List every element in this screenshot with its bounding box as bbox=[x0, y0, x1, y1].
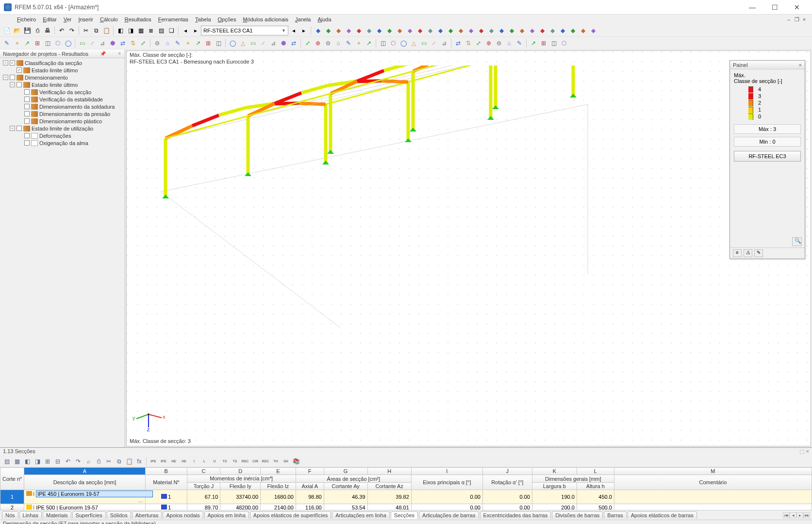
cell-b[interactable]: 190.0 bbox=[532, 490, 577, 504]
menu-opções[interactable]: Opções bbox=[215, 16, 240, 23]
tree-checkbox[interactable] bbox=[17, 82, 22, 87]
module-combo[interactable]: RF-STEEL EC3 CA1▼ bbox=[201, 26, 288, 35]
tree-expander[interactable]: - bbox=[10, 126, 15, 131]
col-letter-c[interactable]: C bbox=[187, 468, 220, 475]
mdi-close[interactable]: × bbox=[800, 16, 808, 22]
tb2-3[interactable]: ⊞ bbox=[33, 38, 42, 48]
tb2-17[interactable]: ⌂ bbox=[163, 38, 172, 48]
tb-res-20[interactable]: ◆ bbox=[517, 26, 527, 35]
table-row[interactable]: 1 I … 1 67.10 33740.00 1680.00 98.80 46.… bbox=[0, 490, 812, 504]
ttb-sec-2[interactable]: HE bbox=[169, 457, 179, 466]
tb2-14[interactable]: ⤢ bbox=[138, 38, 148, 48]
cell-iz[interactable]: 2140.00 bbox=[261, 504, 296, 510]
tb-res-24[interactable]: ◆ bbox=[558, 26, 567, 35]
tb-res-9[interactable]: ◆ bbox=[405, 26, 414, 35]
ttb-12[interactable]: 📋 bbox=[124, 457, 134, 466]
tb-res-10[interactable]: ◆ bbox=[415, 26, 425, 35]
ttb-sec-1[interactable]: IPE bbox=[159, 457, 168, 466]
ttb-5[interactable]: ⊟ bbox=[53, 457, 63, 466]
tb2-53[interactable]: ⌂ bbox=[504, 38, 514, 48]
tb2-40[interactable]: ◫ bbox=[378, 38, 388, 48]
tree-item-3[interactable]: - Estado limite último bbox=[2, 81, 123, 88]
tb-res-7[interactable]: ◆ bbox=[384, 26, 394, 35]
menu-ajuda[interactable]: Ajuda bbox=[314, 16, 334, 23]
tb2-45[interactable]: ⟋ bbox=[429, 38, 439, 48]
tb2-42[interactable]: ◯ bbox=[398, 38, 408, 48]
tb-res-26[interactable]: ◆ bbox=[578, 26, 588, 35]
tree-item-0[interactable]: - ✓ Classificação da secção bbox=[2, 59, 123, 66]
col-letter-a[interactable]: A bbox=[24, 468, 146, 475]
tb2-37[interactable]: ⌖ bbox=[354, 38, 364, 48]
table-dock-1[interactable]: ⬚ bbox=[799, 448, 804, 455]
table-dock-2[interactable]: × bbox=[806, 448, 809, 455]
table-tab-nós[interactable]: Nós bbox=[2, 511, 18, 519]
tb-res-17[interactable]: ◆ bbox=[486, 26, 496, 35]
cell-a[interactable]: 98.80 bbox=[296, 490, 324, 504]
tb2-4[interactable]: ◫ bbox=[43, 38, 52, 48]
tb2-12[interactable]: ⇄ bbox=[118, 38, 128, 48]
menu-tabela[interactable]: Tabela bbox=[192, 16, 214, 23]
ttb-sec-11[interactable]: REC bbox=[261, 457, 270, 466]
tree-checkbox[interactable] bbox=[24, 97, 30, 102]
tb-b[interactable]: ◨ bbox=[126, 26, 135, 35]
tb2-34[interactable]: ⊖ bbox=[323, 38, 333, 48]
tree-expander[interactable]: - bbox=[3, 75, 8, 80]
tb-res-22[interactable]: ◆ bbox=[537, 26, 547, 35]
cell-az[interactable]: 39.82 bbox=[367, 490, 411, 504]
col-letter-b[interactable]: B bbox=[145, 468, 187, 475]
table-tab-aberturas[interactable]: Aberturas bbox=[132, 511, 162, 519]
panel-tab-3[interactable]: ✎ bbox=[754, 249, 763, 257]
navigator-pin-icon[interactable]: 📌 bbox=[99, 51, 107, 56]
ttb-sec-13[interactable]: SH bbox=[281, 457, 291, 466]
col-letter-e[interactable]: E bbox=[261, 468, 296, 475]
tb-win[interactable]: ❏ bbox=[166, 26, 176, 35]
tree-checkbox[interactable] bbox=[24, 133, 30, 138]
tb2-44[interactable]: ▭ bbox=[419, 38, 429, 48]
cell-rot[interactable]: 0.00 bbox=[482, 490, 532, 504]
tb2-5[interactable]: ⬡ bbox=[53, 38, 63, 48]
tab-nav-last[interactable]: ⏭ bbox=[803, 512, 810, 518]
mdi-restore[interactable]: ❐ bbox=[793, 16, 800, 23]
close-button[interactable]: ✕ bbox=[786, 0, 808, 15]
tb2-27[interactable]: ⟋ bbox=[258, 38, 268, 48]
cell-j[interactable]: 67.10 bbox=[187, 490, 220, 504]
ttb-lib[interactable]: 📚 bbox=[291, 457, 301, 466]
panel-close-icon[interactable]: × bbox=[799, 62, 802, 68]
tb2-33[interactable]: ⊕ bbox=[313, 38, 323, 48]
col-letter-k[interactable]: K bbox=[532, 468, 577, 475]
ttb-sec-4[interactable]: I bbox=[189, 457, 199, 466]
tb2-16[interactable]: ⊖ bbox=[152, 38, 162, 48]
tb-res-5[interactable]: ◆ bbox=[364, 26, 374, 35]
navigator-tree[interactable]: - ✓ Classificação da secção ✓ Estado lim… bbox=[0, 58, 125, 447]
tb2-35[interactable]: ⌂ bbox=[333, 38, 343, 48]
tb-undo[interactable]: ↶ bbox=[57, 26, 66, 35]
ttb-9[interactable]: ⎙ bbox=[94, 457, 103, 466]
cell-iy[interactable]: 33740.00 bbox=[220, 490, 261, 504]
tb2-52[interactable]: ⊖ bbox=[494, 38, 504, 48]
model-viewport[interactable]: Máx. Classe de secção [-]: RF-STEEL EC3 … bbox=[126, 50, 811, 446]
tb-res-12[interactable]: ◆ bbox=[435, 26, 445, 35]
tb2-43[interactable]: △ bbox=[409, 38, 418, 48]
tb2-32[interactable]: ⤢ bbox=[303, 38, 313, 48]
table-tab-articulações-em-linha[interactable]: Articulações em linha bbox=[332, 511, 390, 519]
menu-resultados[interactable]: Resultados bbox=[121, 16, 155, 23]
tb2-28[interactable]: ⊿ bbox=[268, 38, 278, 48]
tb2-24[interactable]: ◯ bbox=[228, 38, 237, 48]
panel-titlebar[interactable]: Painel× bbox=[730, 61, 805, 69]
row-number[interactable]: 2 bbox=[0, 504, 24, 510]
cell-alpha[interactable]: 0.00 bbox=[411, 504, 482, 510]
menu-inserir[interactable]: Inserir bbox=[75, 16, 97, 23]
tb-prev[interactable]: ◂ bbox=[181, 26, 190, 35]
tree-item-9[interactable]: - Estado limite de utilização bbox=[2, 125, 123, 132]
tb2-10[interactable]: ⊿ bbox=[98, 38, 107, 48]
tb-paste[interactable]: 📋 bbox=[101, 26, 111, 35]
tb2-50[interactable]: ⤢ bbox=[474, 38, 483, 48]
ttb-6[interactable]: ↶ bbox=[63, 457, 73, 466]
tb-res-16[interactable]: ◆ bbox=[476, 26, 486, 35]
ttb-7[interactable]: ↷ bbox=[73, 457, 83, 466]
tb-open[interactable]: 📂 bbox=[12, 26, 22, 35]
col-letter-j[interactable]: J bbox=[482, 468, 532, 475]
ttb-4[interactable]: ⊞ bbox=[43, 457, 52, 466]
tb-new[interactable]: 📄 bbox=[2, 26, 12, 35]
tree-checkbox[interactable]: ✓ bbox=[17, 67, 22, 73]
